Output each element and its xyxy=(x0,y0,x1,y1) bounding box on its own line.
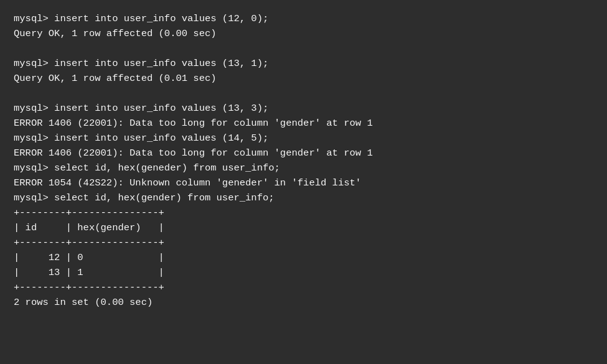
terminal-line: +--------+---------------+ xyxy=(14,235,593,250)
terminal-line: mysql> select id, hex(geneder) from user… xyxy=(14,161,593,175)
terminal-line: | 13 | 1 | xyxy=(14,265,593,280)
terminal-line: ERROR 1054 (42S22): Unknown column 'gene… xyxy=(14,175,593,190)
terminal-line: ERROR 1406 (22001): Data too long for co… xyxy=(14,116,593,131)
terminal-line: mysql> insert into user_info values (13,… xyxy=(14,101,593,116)
terminal-line: Query OK, 1 row affected (0.00 sec) xyxy=(14,26,593,41)
empty-line xyxy=(14,41,593,56)
terminal-line: mysql> insert into user_info values (12,… xyxy=(14,11,593,26)
terminal-line: mysql> select id, hex(gender) from user_… xyxy=(14,190,593,205)
terminal-line: ERROR 1406 (22001): Data too long for co… xyxy=(14,146,593,161)
empty-line xyxy=(14,86,593,101)
terminal-line: | 12 | 0 | xyxy=(14,250,593,265)
terminal-line: Query OK, 1 row affected (0.01 sec) xyxy=(14,71,593,86)
terminal-line: mysql> insert into user_info values (14,… xyxy=(14,131,593,146)
terminal-line: | id | hex(gender) | xyxy=(14,220,593,235)
terminal-line: +--------+---------------+ xyxy=(14,280,593,295)
terminal-line: +--------+---------------+ xyxy=(14,205,593,220)
terminal-line: mysql> insert into user_info values (13,… xyxy=(14,56,593,71)
terminal-line: 2 rows in set (0.00 sec) xyxy=(14,295,593,310)
terminal: mysql> insert into user_info values (12,… xyxy=(14,11,593,353)
